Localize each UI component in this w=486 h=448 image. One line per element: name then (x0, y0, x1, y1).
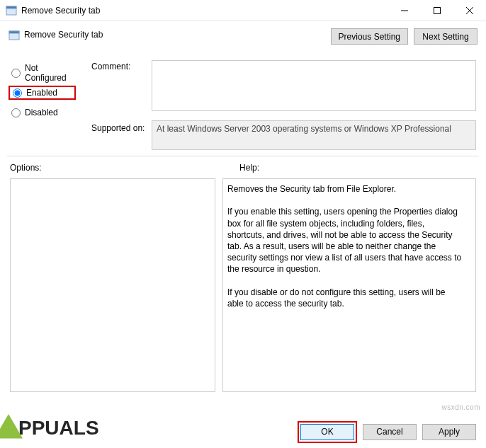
comment-label: Comment: (91, 62, 148, 71)
previous-setting-button[interactable]: Previous Setting (331, 28, 408, 45)
radio-not-configured-label: Not Configured (25, 63, 73, 83)
supported-textarea (152, 120, 476, 150)
ok-button[interactable]: OK (300, 424, 354, 440)
radio-disabled-label: Disabled (25, 108, 58, 117)
setting-name: Remove Security tab (24, 28, 331, 40)
options-label: Options: (10, 163, 42, 173)
svg-rect-2 (434, 7, 441, 13)
radio-not-configured[interactable]: Not Configured (9, 66, 76, 80)
next-setting-button[interactable]: Next Setting (414, 28, 477, 45)
ok-highlight: OK (298, 421, 357, 443)
radio-enabled-label: Enabled (26, 88, 57, 98)
svg-rect-1 (6, 6, 16, 8)
maximize-button[interactable] (421, 0, 453, 21)
radio-disabled-input[interactable] (11, 108, 21, 117)
footer: OK Cancel Apply (0, 415, 486, 448)
radio-disabled[interactable]: Disabled (9, 105, 76, 120)
supported-label: Supported on: (91, 123, 148, 133)
window-icon (6, 5, 17, 16)
radio-not-configured-input[interactable] (11, 69, 21, 78)
options-box (10, 178, 215, 392)
comment-area: Comment: (152, 60, 476, 113)
help-label: Help: (239, 163, 259, 173)
minimize-button[interactable] (388, 0, 421, 21)
cancel-button[interactable]: Cancel (363, 424, 417, 440)
window-title: Remove Security tab (21, 6, 388, 16)
apply-button[interactable]: Apply (422, 424, 476, 440)
radio-enabled[interactable]: Enabled (9, 86, 76, 100)
divider (7, 156, 479, 156)
help-box[interactable]: Removes the Security tab from File Explo… (222, 178, 476, 392)
supported-area: Supported on: (152, 120, 476, 152)
header-row: Remove Security tab Previous Setting Nex… (9, 28, 477, 45)
watermark-text: wsxdn.com (441, 403, 480, 411)
radio-enabled-input[interactable] (13, 88, 22, 98)
comment-textarea[interactable] (152, 60, 476, 111)
policy-icon (9, 30, 20, 41)
state-radio-group: Not Configured Enabled Disabled (9, 60, 76, 125)
close-button[interactable] (453, 0, 486, 21)
svg-rect-4 (9, 31, 19, 33)
window-controls (388, 0, 486, 21)
titlebar: Remove Security tab (0, 0, 486, 21)
